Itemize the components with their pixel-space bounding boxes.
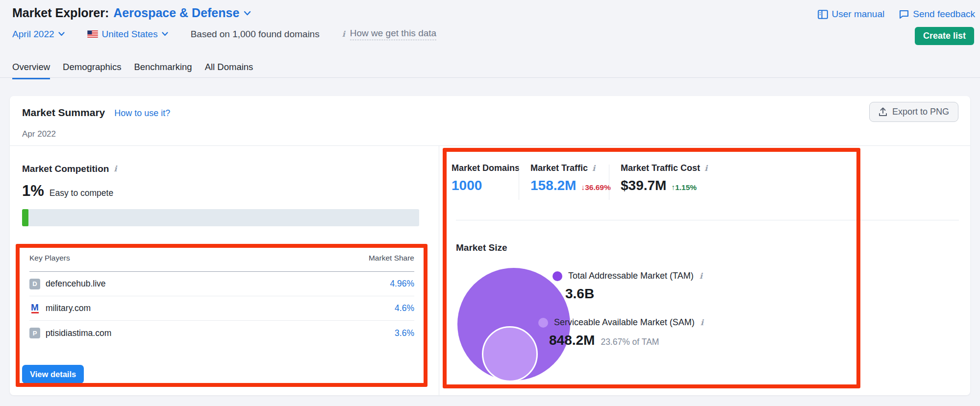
info-icon[interactable]: i xyxy=(700,272,703,280)
favicon-letter: M xyxy=(31,303,39,311)
market-size-title: Market Size xyxy=(456,242,507,253)
book-icon xyxy=(818,10,828,19)
tam-value-row: 3.6B xyxy=(565,286,594,302)
card-divider xyxy=(10,145,970,146)
us-flag-icon xyxy=(87,30,98,38)
market-traffic-value: 158.2M xyxy=(530,178,576,193)
info-icon[interactable]: i xyxy=(701,319,704,327)
market-name: Aerospace & Defense xyxy=(113,6,239,20)
market-explorer-screen: Market Explorer: Aerospace & Defense Use… xyxy=(0,0,980,406)
tab-demographics[interactable]: Demographics xyxy=(63,62,121,79)
info-icon[interactable]: i xyxy=(592,165,595,172)
domain-link[interactable]: defencehub.live xyxy=(46,279,390,289)
tab-benchmarking[interactable]: Benchmarking xyxy=(134,62,192,79)
sam-value: 848.2M xyxy=(549,333,595,348)
market-competition-title: Market Competition i xyxy=(22,164,117,174)
market-competition-value-row: 1% Easy to compete xyxy=(22,182,113,200)
sam-legend: Serviceable Available Market (SAM) i xyxy=(538,317,704,328)
page-title: Market Explorer: Aerospace & Defense xyxy=(12,6,251,20)
favicon-military: M xyxy=(29,303,40,314)
key-players-header: Key Players Market Share xyxy=(29,254,414,272)
stat-label-text: Market Traffic xyxy=(530,163,588,173)
tab-bar: Overview Demographics Benchmarking All D… xyxy=(12,62,253,79)
upload-icon xyxy=(879,107,887,117)
stat-divider xyxy=(609,165,609,200)
favicon-ptisidiastima: P xyxy=(29,328,40,338)
tab-overview[interactable]: Overview xyxy=(12,62,50,79)
table-row[interactable]: M military.com 4.6% xyxy=(29,296,414,321)
tam-value: 3.6B xyxy=(565,286,594,302)
page-title-text: Market Explorer: xyxy=(12,6,109,20)
domain-link[interactable]: ptisidiastima.com xyxy=(46,328,395,338)
competition-percent: 1% xyxy=(22,182,44,200)
tam-label: Total Addressable Market (TAM) xyxy=(568,271,694,281)
date-filter[interactable]: April 2022 xyxy=(12,29,65,40)
summary-header: Market Summary How to use it? xyxy=(22,107,170,119)
header-divider xyxy=(0,77,980,78)
table-row[interactable]: P ptisidiastima.com 3.6% xyxy=(29,321,414,345)
header-links: User manual Send feedback xyxy=(818,9,975,20)
tam-dot-icon xyxy=(553,271,562,281)
market-traffic-change: ↓36.69% xyxy=(581,183,610,192)
country-filter[interactable]: United States xyxy=(87,29,168,40)
market-domains-label: Market Domains xyxy=(452,163,520,173)
chevron-down-icon xyxy=(244,11,251,16)
tam-legend: Total Addressable Market (TAM) i xyxy=(553,271,703,281)
change-value: 1.15% xyxy=(675,183,697,191)
favicon-red-bar xyxy=(31,312,39,313)
change-value: 36.69% xyxy=(585,183,611,191)
competition-difficulty-label: Easy to compete xyxy=(50,188,113,198)
export-png-button[interactable]: Export to PNG xyxy=(869,102,958,122)
filter-bar: April 2022 United States Based on 1,000 … xyxy=(12,28,436,40)
market-traffic-cost-change: ↑1.15% xyxy=(671,183,697,192)
table-row[interactable]: D defencehub.live 4.96% xyxy=(29,272,414,296)
market-share-value[interactable]: 4.6% xyxy=(395,303,414,313)
market-summary-card: Market Summary How to use it? Export to … xyxy=(10,96,970,395)
sam-label: Serviceable Available Market (SAM) xyxy=(554,317,695,328)
market-domains-value: 1000 xyxy=(452,178,482,193)
market-competition-label: Market Competition xyxy=(22,164,109,174)
create-list-button[interactable]: Create list xyxy=(915,27,974,45)
stat-label-text: Market Domains xyxy=(452,163,520,173)
send-feedback-link[interactable]: Send feedback xyxy=(899,9,975,20)
how-we-get-data-link[interactable]: How we get this data xyxy=(350,28,436,40)
market-traffic-label: Market Traffic i xyxy=(530,163,611,173)
stat-divider xyxy=(519,165,519,200)
chevron-down-icon xyxy=(58,32,65,36)
how-to-use-link[interactable]: How to use it? xyxy=(114,108,170,119)
country-filter-label: United States xyxy=(102,29,158,40)
based-on-text: Based on 1,000 found domains xyxy=(191,29,320,40)
how-we-get-data: i How we get this data xyxy=(342,28,436,40)
market-share-value[interactable]: 3.6% xyxy=(395,328,414,338)
view-details-button[interactable]: View details xyxy=(22,365,84,383)
chevron-down-icon xyxy=(162,32,168,36)
summary-date: Apr 2022 xyxy=(22,129,56,139)
info-icon[interactable]: i xyxy=(342,30,345,38)
user-manual-label: User manual xyxy=(832,9,885,20)
tab-all-domains[interactable]: All Domains xyxy=(205,62,253,79)
info-icon[interactable]: i xyxy=(704,165,707,172)
market-share-value[interactable]: 4.96% xyxy=(390,279,414,289)
market-traffic-cost-value: $39.7M xyxy=(621,178,666,193)
summary-title: Market Summary xyxy=(22,107,105,119)
stat-label-text: Market Traffic Cost xyxy=(621,163,700,173)
arrow-down-icon: ↓ xyxy=(581,183,585,191)
favicon-defencehub: D xyxy=(29,279,40,289)
sam-percent-of-tam: 23.67% of TAM xyxy=(601,337,659,347)
sam-dot-icon xyxy=(538,318,548,328)
market-selector[interactable]: Aerospace & Defense xyxy=(113,6,251,20)
arrow-up-icon: ↑ xyxy=(671,183,675,191)
stats-divider xyxy=(456,220,959,220)
stat-market-domains: Market Domains 1000 xyxy=(452,163,520,193)
date-filter-label: April 2022 xyxy=(12,29,54,40)
export-png-label: Export to PNG xyxy=(892,107,949,117)
sam-value-row: 848.2M 23.67% of TAM xyxy=(549,333,659,348)
competition-bar-fill xyxy=(22,209,28,226)
user-manual-link[interactable]: User manual xyxy=(818,9,885,20)
column-divider xyxy=(439,145,439,395)
market-share-header: Market Share xyxy=(369,254,414,263)
info-icon[interactable]: i xyxy=(114,165,117,173)
key-players-title: Key Players xyxy=(29,254,70,263)
domain-link[interactable]: military.com xyxy=(46,303,395,313)
market-traffic-cost-label: Market Traffic Cost i xyxy=(621,163,707,173)
